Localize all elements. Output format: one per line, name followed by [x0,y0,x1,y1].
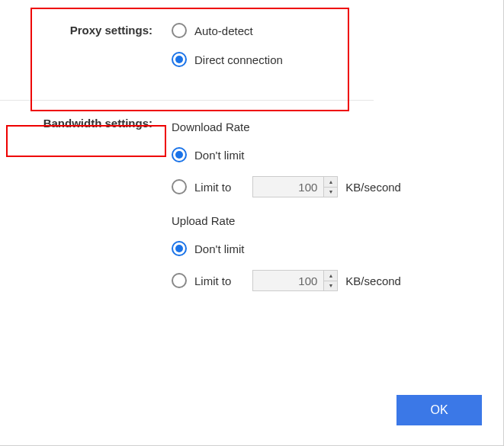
upload-dont-limit-label[interactable]: Don't limit [194,242,244,255]
download-dont-limit-radio[interactable] [172,147,187,162]
proxy-direct-label[interactable]: Direct connection [194,53,283,66]
upload-rate-heading: Upload Rate [172,214,503,227]
upload-limit-field: ▲ ▼ [252,270,338,291]
proxy-auto-detect-label[interactable]: Auto-detect [194,24,253,37]
upload-dont-limit-radio[interactable] [172,241,187,256]
proxy-settings-label: Proxy settings: [0,23,172,37]
download-stepper: ▲ ▼ [323,177,337,197]
download-limit-to-radio[interactable] [172,179,187,194]
upload-limit-to-label[interactable]: Limit to [194,274,231,287]
upload-limit-input[interactable] [253,271,323,290]
download-step-up[interactable]: ▲ [324,177,337,188]
bandwidth-settings-label: Bandwidth settings: [0,116,172,130]
upload-step-up[interactable]: ▲ [324,271,337,281]
proxy-direct-radio[interactable] [172,52,187,67]
download-rate-heading: Download Rate [172,120,503,133]
download-limit-field: ▲ ▼ [252,176,338,197]
upload-stepper: ▲ ▼ [323,271,337,290]
download-unit: KB/second [345,181,401,194]
ok-button[interactable]: OK [396,395,482,425]
upload-step-down[interactable]: ▼ [324,281,337,291]
download-dont-limit-label[interactable]: Don't limit [194,149,244,162]
upload-unit: KB/second [345,274,401,287]
download-step-down[interactable]: ▼ [324,188,337,197]
proxy-auto-detect-radio[interactable] [172,23,187,38]
download-limit-input[interactable] [253,177,323,197]
upload-limit-to-radio[interactable] [172,273,187,288]
download-limit-to-label[interactable]: Limit to [194,181,231,194]
